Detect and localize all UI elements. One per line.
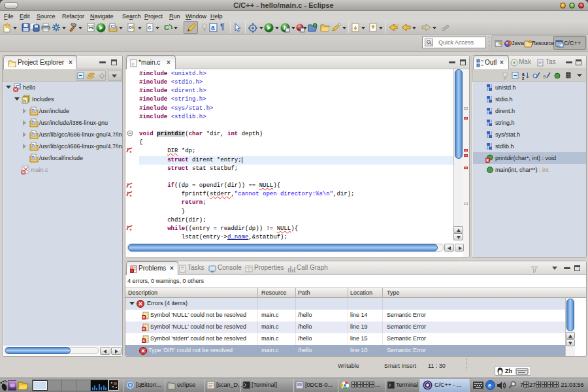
svg-text:c: c	[148, 24, 152, 31]
svg-text:C: C	[559, 44, 562, 48]
svg-text:z: z	[522, 76, 525, 80]
svg-text:s: s	[543, 73, 546, 80]
svg-text:e: e	[488, 382, 491, 389]
svg-text:h: h	[32, 155, 35, 159]
svg-text:C: C	[111, 24, 115, 29]
svg-text:h: h	[32, 143, 35, 148]
svg-text:a: a	[211, 24, 215, 31]
svg-text:C: C	[164, 24, 169, 31]
svg-text:h: h	[32, 131, 35, 136]
svg-text:h: h	[32, 120, 35, 124]
svg-text:h: h	[32, 108, 35, 112]
svg-text:c: c	[132, 61, 135, 67]
svg-text:h: h	[24, 99, 26, 103]
